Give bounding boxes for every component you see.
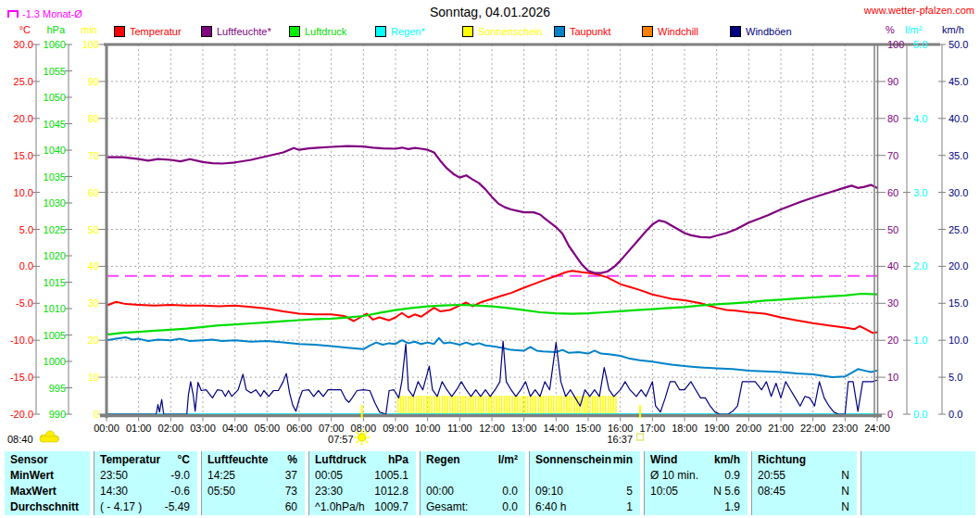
axis-tick-label: 1020	[44, 250, 66, 261]
cell-value: -0.6	[170, 484, 190, 499]
cloud-part	[40, 436, 58, 442]
x-axis-label: 04:00	[222, 423, 248, 434]
cell-value: 0.9	[724, 468, 740, 484]
axis-tick-label: 90	[88, 76, 99, 87]
sun-disc	[358, 434, 366, 441]
x-axis-label: 11:00	[447, 423, 472, 434]
sunshine-bars	[398, 396, 616, 413]
sunrise-axis-tick	[361, 405, 363, 418]
table-row: 05:5073	[207, 484, 297, 499]
cell-label: Sonnenschein	[535, 452, 611, 468]
axis-wind: km/h0.05.010.015.020.025.030.035.040.045…	[938, 24, 968, 420]
table-row: 00:051005.1	[315, 468, 408, 484]
table-group-richtung: Richtung20:55N08:45NN	[751, 451, 857, 515]
table-row: ^1.0hPa/h1009.7	[315, 499, 408, 515]
cell-value: 37	[285, 468, 297, 484]
axis-tick-label: 60	[887, 187, 898, 198]
table-row: 08:45N	[758, 484, 849, 499]
cell-value: 73	[285, 484, 297, 499]
axis-tick-label: 30	[88, 297, 99, 309]
x-axis-label: 12:00	[479, 423, 505, 434]
axis-tick-label: 1050	[44, 92, 66, 103]
table-group-wind: Windkm/hØ 10 min.0.910:05N 5.61.9	[644, 451, 748, 515]
axis-tick-label: 10.0	[14, 187, 33, 198]
x-axis-label: 13:00	[511, 423, 537, 434]
axis-tick-label: 2.0	[913, 260, 927, 272]
axis-tick-label: -5.0	[16, 297, 33, 309]
sun-ray	[357, 441, 358, 443]
axis-tick-label: 25.0	[14, 76, 33, 87]
table-group-regen: Regenl/m²00:000.0Gesamt:0.0	[420, 451, 525, 515]
axis-tick-label: 40	[887, 260, 898, 272]
x-axis-label: 07:00	[319, 423, 345, 434]
moonrise-time: 08:40	[7, 434, 33, 445]
x-axis-label: 15:00	[575, 423, 601, 434]
axis-unit-label: hPa	[46, 24, 65, 35]
table-row: 23:50-9.0	[100, 468, 190, 484]
table-group-sensor: SensorMinWertMaxWertDurchschnitt	[5, 451, 90, 515]
axis-tick-label: 0.0	[19, 260, 33, 272]
axis-tick-label: 30.0	[14, 39, 33, 50]
cell-value: hPa	[388, 452, 408, 468]
x-axis-label: 20:00	[736, 423, 762, 434]
axis-tick-label: 1040	[44, 145, 66, 156]
table-header-row: Windkm/h	[650, 452, 740, 468]
table-row	[535, 468, 633, 484]
table-row-label: MinWert	[10, 468, 82, 484]
axis-unit-label: %	[886, 24, 895, 35]
cell-label: 00:05	[315, 468, 343, 484]
cell-label: 08:45	[758, 484, 785, 499]
cell-label: 14:25	[207, 468, 235, 484]
x-axis-label: 17:00	[640, 423, 666, 434]
axis-tick-label: 1015	[44, 277, 66, 288]
axis-tick-label: 15.0	[949, 297, 968, 309]
cell-value: min	[613, 452, 633, 468]
table-row: 20:55N	[758, 468, 849, 484]
axis-tick-label: 1005	[44, 330, 66, 341]
cell-label: 6:40 h	[535, 499, 566, 515]
table-row-label: MaxWert	[10, 484, 82, 499]
axis-tick-label: 100	[82, 39, 99, 50]
axis-temp: °C-20.0-15.0-10.0-5.00.05.010.015.020.02…	[10, 24, 40, 420]
axis-tick-label: 4.0	[913, 113, 927, 124]
axis-tick-label: 0.0	[913, 409, 927, 420]
axis-tick-label: 10.0	[949, 335, 968, 346]
x-axis-label: 14:00	[544, 423, 570, 434]
x-axis-label: 16:00	[608, 423, 634, 434]
axis-tick-label: 50.0	[949, 39, 968, 50]
table-row: N	[758, 499, 849, 515]
table-row: 09:105	[535, 484, 633, 499]
axis-tick-label: 10	[88, 372, 99, 383]
axis-tick-label: 20	[88, 335, 99, 346]
axis-tick-label: 0.0	[949, 409, 962, 420]
axis-tick-label: 990	[49, 409, 66, 420]
axis-tick-label: 60	[88, 187, 99, 198]
axis-tick-label: 50	[887, 224, 898, 235]
x-axis-label: 24:00	[864, 423, 890, 434]
table-header-row: Temperatur°C	[100, 452, 190, 468]
table-row: 14:30-0.6	[100, 484, 190, 499]
axis-tick-label: 0	[94, 409, 99, 420]
axis-tick-label: 90	[887, 76, 898, 87]
cell-value: 60	[285, 499, 297, 515]
x-axis-label: 08:00	[351, 423, 377, 434]
cell-label: 23:30	[315, 484, 343, 499]
axis-tick-label: 1030	[44, 197, 66, 208]
axis-tick-label: 80	[887, 113, 898, 124]
axis-tick-label: 5.0	[913, 39, 927, 50]
x-axis-label: 06:00	[286, 423, 312, 434]
sunset-axis-tick	[639, 405, 641, 418]
cell-value: 0.0	[502, 499, 518, 515]
cell-value: 1.9	[724, 499, 740, 515]
axis-unit-label: km/h	[942, 24, 964, 35]
cell-value: -5.49	[165, 499, 190, 515]
axis-tick-label: 1025	[44, 224, 66, 235]
table-row: 10:05N 5.6	[650, 484, 740, 499]
x-axis-label: 09:00	[383, 423, 408, 434]
axis-tick-label: 5.0	[949, 372, 962, 383]
axis-hpa: hPa9909951000100510101015102010251030103…	[44, 24, 72, 420]
cell-label: ( - 4.17 )	[100, 499, 142, 515]
cell-label: Sensor	[10, 452, 48, 468]
table-header-row: Regenl/m²	[426, 452, 518, 468]
axis-unit-label: l/m²	[905, 24, 923, 35]
